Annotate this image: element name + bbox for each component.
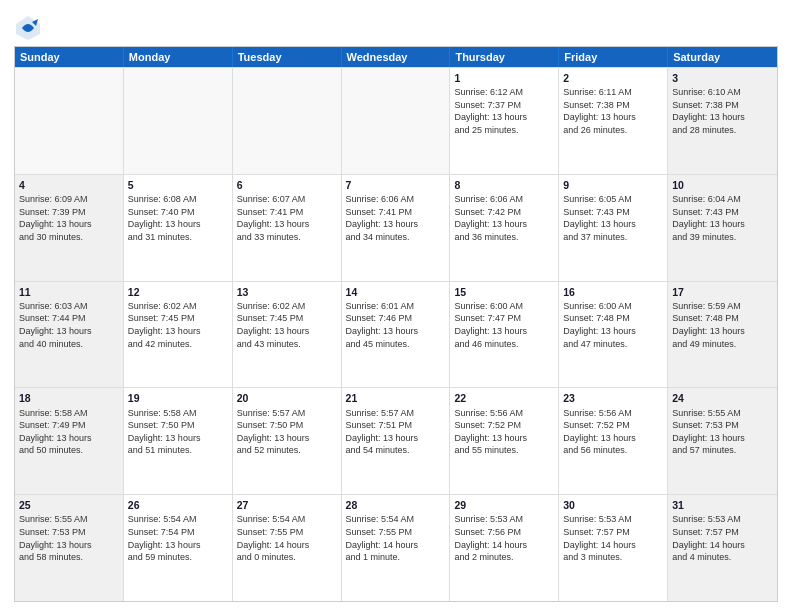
day-number: 2 xyxy=(563,71,663,85)
day-number: 23 xyxy=(563,391,663,405)
calendar-cell: 21Sunrise: 5:57 AM Sunset: 7:51 PM Dayli… xyxy=(342,388,451,494)
calendar-cell: 5Sunrise: 6:08 AM Sunset: 7:40 PM Daylig… xyxy=(124,175,233,281)
day-info: Sunrise: 5:58 AM Sunset: 7:50 PM Dayligh… xyxy=(128,407,228,457)
calendar-cell: 8Sunrise: 6:06 AM Sunset: 7:42 PM Daylig… xyxy=(450,175,559,281)
header-day-monday: Monday xyxy=(124,47,233,67)
calendar-cell: 27Sunrise: 5:54 AM Sunset: 7:55 PM Dayli… xyxy=(233,495,342,601)
day-number: 1 xyxy=(454,71,554,85)
calendar-cell: 10Sunrise: 6:04 AM Sunset: 7:43 PM Dayli… xyxy=(668,175,777,281)
calendar-cell: 19Sunrise: 5:58 AM Sunset: 7:50 PM Dayli… xyxy=(124,388,233,494)
day-info: Sunrise: 5:53 AM Sunset: 7:57 PM Dayligh… xyxy=(672,513,773,563)
day-number: 16 xyxy=(563,285,663,299)
calendar-cell: 16Sunrise: 6:00 AM Sunset: 7:48 PM Dayli… xyxy=(559,282,668,388)
day-number: 18 xyxy=(19,391,119,405)
day-number: 5 xyxy=(128,178,228,192)
calendar-cell: 23Sunrise: 5:56 AM Sunset: 7:52 PM Dayli… xyxy=(559,388,668,494)
day-info: Sunrise: 5:53 AM Sunset: 7:56 PM Dayligh… xyxy=(454,513,554,563)
day-number: 20 xyxy=(237,391,337,405)
calendar-row-2: 4Sunrise: 6:09 AM Sunset: 7:39 PM Daylig… xyxy=(15,174,777,281)
day-number: 11 xyxy=(19,285,119,299)
day-info: Sunrise: 6:04 AM Sunset: 7:43 PM Dayligh… xyxy=(672,193,773,243)
calendar-row-3: 11Sunrise: 6:03 AM Sunset: 7:44 PM Dayli… xyxy=(15,281,777,388)
day-number: 7 xyxy=(346,178,446,192)
calendar-row-4: 18Sunrise: 5:58 AM Sunset: 7:49 PM Dayli… xyxy=(15,387,777,494)
day-info: Sunrise: 6:00 AM Sunset: 7:48 PM Dayligh… xyxy=(563,300,663,350)
day-info: Sunrise: 6:09 AM Sunset: 7:39 PM Dayligh… xyxy=(19,193,119,243)
header-day-tuesday: Tuesday xyxy=(233,47,342,67)
day-info: Sunrise: 6:01 AM Sunset: 7:46 PM Dayligh… xyxy=(346,300,446,350)
day-info: Sunrise: 5:56 AM Sunset: 7:52 PM Dayligh… xyxy=(454,407,554,457)
calendar-cell: 12Sunrise: 6:02 AM Sunset: 7:45 PM Dayli… xyxy=(124,282,233,388)
header-day-thursday: Thursday xyxy=(450,47,559,67)
calendar-cell: 2Sunrise: 6:11 AM Sunset: 7:38 PM Daylig… xyxy=(559,68,668,174)
calendar-cell: 3Sunrise: 6:10 AM Sunset: 7:38 PM Daylig… xyxy=(668,68,777,174)
day-info: Sunrise: 5:53 AM Sunset: 7:57 PM Dayligh… xyxy=(563,513,663,563)
day-info: Sunrise: 6:10 AM Sunset: 7:38 PM Dayligh… xyxy=(672,86,773,136)
day-number: 13 xyxy=(237,285,337,299)
calendar-cell: 14Sunrise: 6:01 AM Sunset: 7:46 PM Dayli… xyxy=(342,282,451,388)
day-number: 27 xyxy=(237,498,337,512)
calendar-cell: 31Sunrise: 5:53 AM Sunset: 7:57 PM Dayli… xyxy=(668,495,777,601)
day-number: 3 xyxy=(672,71,773,85)
calendar-cell: 15Sunrise: 6:00 AM Sunset: 7:47 PM Dayli… xyxy=(450,282,559,388)
day-number: 28 xyxy=(346,498,446,512)
day-number: 29 xyxy=(454,498,554,512)
calendar-cell: 29Sunrise: 5:53 AM Sunset: 7:56 PM Dayli… xyxy=(450,495,559,601)
day-info: Sunrise: 6:03 AM Sunset: 7:44 PM Dayligh… xyxy=(19,300,119,350)
day-info: Sunrise: 6:06 AM Sunset: 7:42 PM Dayligh… xyxy=(454,193,554,243)
day-info: Sunrise: 5:59 AM Sunset: 7:48 PM Dayligh… xyxy=(672,300,773,350)
header-day-sunday: Sunday xyxy=(15,47,124,67)
day-number: 22 xyxy=(454,391,554,405)
calendar-cell: 7Sunrise: 6:06 AM Sunset: 7:41 PM Daylig… xyxy=(342,175,451,281)
day-info: Sunrise: 6:11 AM Sunset: 7:38 PM Dayligh… xyxy=(563,86,663,136)
day-info: Sunrise: 6:08 AM Sunset: 7:40 PM Dayligh… xyxy=(128,193,228,243)
day-number: 24 xyxy=(672,391,773,405)
logo xyxy=(14,14,46,42)
day-info: Sunrise: 5:55 AM Sunset: 7:53 PM Dayligh… xyxy=(19,513,119,563)
day-info: Sunrise: 6:05 AM Sunset: 7:43 PM Dayligh… xyxy=(563,193,663,243)
calendar: SundayMondayTuesdayWednesdayThursdayFrid… xyxy=(14,46,778,602)
day-info: Sunrise: 5:54 AM Sunset: 7:55 PM Dayligh… xyxy=(346,513,446,563)
header-day-wednesday: Wednesday xyxy=(342,47,451,67)
day-number: 4 xyxy=(19,178,119,192)
calendar-cell: 6Sunrise: 6:07 AM Sunset: 7:41 PM Daylig… xyxy=(233,175,342,281)
day-number: 12 xyxy=(128,285,228,299)
calendar-cell: 13Sunrise: 6:02 AM Sunset: 7:45 PM Dayli… xyxy=(233,282,342,388)
day-number: 26 xyxy=(128,498,228,512)
calendar-cell: 25Sunrise: 5:55 AM Sunset: 7:53 PM Dayli… xyxy=(15,495,124,601)
calendar-cell xyxy=(233,68,342,174)
calendar-cell: 28Sunrise: 5:54 AM Sunset: 7:55 PM Dayli… xyxy=(342,495,451,601)
page: SundayMondayTuesdayWednesdayThursdayFrid… xyxy=(0,0,792,612)
calendar-cell: 9Sunrise: 6:05 AM Sunset: 7:43 PM Daylig… xyxy=(559,175,668,281)
day-info: Sunrise: 6:02 AM Sunset: 7:45 PM Dayligh… xyxy=(237,300,337,350)
calendar-body: 1Sunrise: 6:12 AM Sunset: 7:37 PM Daylig… xyxy=(15,67,777,601)
day-number: 15 xyxy=(454,285,554,299)
calendar-cell: 11Sunrise: 6:03 AM Sunset: 7:44 PM Dayli… xyxy=(15,282,124,388)
day-info: Sunrise: 5:54 AM Sunset: 7:54 PM Dayligh… xyxy=(128,513,228,563)
day-number: 21 xyxy=(346,391,446,405)
header-day-saturday: Saturday xyxy=(668,47,777,67)
calendar-cell: 4Sunrise: 6:09 AM Sunset: 7:39 PM Daylig… xyxy=(15,175,124,281)
day-info: Sunrise: 5:56 AM Sunset: 7:52 PM Dayligh… xyxy=(563,407,663,457)
day-number: 30 xyxy=(563,498,663,512)
calendar-cell: 30Sunrise: 5:53 AM Sunset: 7:57 PM Dayli… xyxy=(559,495,668,601)
header-day-friday: Friday xyxy=(559,47,668,67)
logo-icon xyxy=(14,14,42,42)
day-info: Sunrise: 5:54 AM Sunset: 7:55 PM Dayligh… xyxy=(237,513,337,563)
calendar-row-5: 25Sunrise: 5:55 AM Sunset: 7:53 PM Dayli… xyxy=(15,494,777,601)
calendar-cell: 17Sunrise: 5:59 AM Sunset: 7:48 PM Dayli… xyxy=(668,282,777,388)
day-number: 8 xyxy=(454,178,554,192)
day-number: 6 xyxy=(237,178,337,192)
header xyxy=(14,10,778,42)
day-info: Sunrise: 6:02 AM Sunset: 7:45 PM Dayligh… xyxy=(128,300,228,350)
calendar-cell: 20Sunrise: 5:57 AM Sunset: 7:50 PM Dayli… xyxy=(233,388,342,494)
day-info: Sunrise: 5:57 AM Sunset: 7:50 PM Dayligh… xyxy=(237,407,337,457)
calendar-cell xyxy=(15,68,124,174)
calendar-cell: 1Sunrise: 6:12 AM Sunset: 7:37 PM Daylig… xyxy=(450,68,559,174)
day-number: 19 xyxy=(128,391,228,405)
day-number: 25 xyxy=(19,498,119,512)
day-info: Sunrise: 6:00 AM Sunset: 7:47 PM Dayligh… xyxy=(454,300,554,350)
calendar-cell: 26Sunrise: 5:54 AM Sunset: 7:54 PM Dayli… xyxy=(124,495,233,601)
day-info: Sunrise: 6:12 AM Sunset: 7:37 PM Dayligh… xyxy=(454,86,554,136)
calendar-cell: 22Sunrise: 5:56 AM Sunset: 7:52 PM Dayli… xyxy=(450,388,559,494)
